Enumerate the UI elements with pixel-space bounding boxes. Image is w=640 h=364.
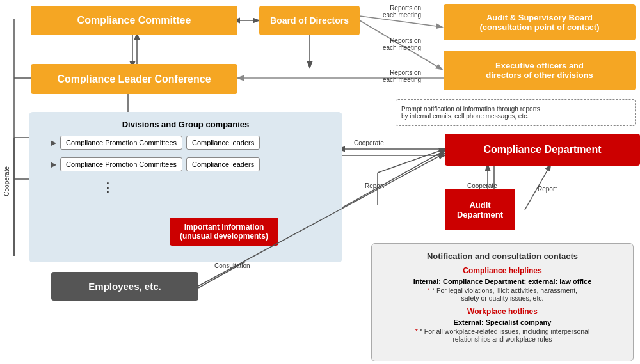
board-of-directors-box: Board of Directors bbox=[259, 6, 360, 35]
helpline-desc: Internal: Compliance Department; externa… bbox=[382, 278, 623, 285]
reports-label-3: Reports oneach meeting bbox=[383, 69, 421, 83]
report-label-1: Report bbox=[365, 182, 384, 189]
ellipsis: ⋮ bbox=[102, 180, 333, 194]
executive-officers-label: Executive officers anddirectors of other… bbox=[486, 61, 593, 80]
compliance-leader-conference-box: Compliance Leader Conference bbox=[31, 64, 237, 94]
svg-line-13 bbox=[378, 149, 445, 173]
compliance-leaders-2: Compliance leaders bbox=[186, 157, 260, 171]
compliance-department-label: Compliance Department bbox=[483, 144, 601, 155]
helpline-title: Compliance helplines bbox=[382, 266, 623, 275]
audit-supervisory-box: Audit & Supervisory Board(consultation p… bbox=[444, 4, 636, 40]
employees-box: Employees, etc. bbox=[51, 272, 198, 301]
reports-label-2: Reports oneach meeting bbox=[383, 37, 421, 51]
notification-title: Notification and consultation contacts bbox=[382, 251, 623, 261]
compliance-leader-conference-label: Compliance Leader Conference bbox=[57, 74, 211, 85]
consultation-label: Consultation bbox=[214, 262, 250, 269]
arrow-icon-2: ▶ bbox=[51, 160, 56, 169]
compliance-promotion-2: Compliance Promotion Committees bbox=[60, 157, 182, 171]
employees-label: Employees, etc. bbox=[88, 281, 161, 292]
report-label-2: Report bbox=[538, 186, 557, 193]
compliance-promotion-1: Compliance Promotion Committees bbox=[60, 136, 182, 150]
notification-region: Notification and consultation contacts C… bbox=[371, 243, 634, 361]
prompt-notification-box: Prompt notification of information throu… bbox=[396, 99, 636, 126]
helpline-asterisk: * * For legal violations, illicit activi… bbox=[382, 287, 623, 302]
divisions-row-1: ▶ Compliance Promotion Committees Compli… bbox=[51, 136, 333, 150]
cooperate-left-label: Cooperate bbox=[3, 166, 10, 196]
cooperate-main-label: Cooperate bbox=[354, 139, 384, 146]
divisions-region: Divisions and Group companies ▶ Complian… bbox=[29, 112, 342, 262]
hotline-title: Workplace hotlines bbox=[382, 307, 623, 316]
divisions-row-2: ▶ Compliance Promotion Committees Compli… bbox=[51, 157, 333, 171]
hotline-asterisk: * * For all workplace-related issues, in… bbox=[382, 328, 623, 343]
divisions-title: Divisions and Group companies bbox=[38, 120, 333, 129]
compliance-leaders-1: Compliance leaders bbox=[186, 136, 260, 150]
important-info-box: Important information(unusual developmen… bbox=[170, 218, 278, 246]
audit-department-label: AuditDepartment bbox=[457, 200, 503, 219]
audit-department-box: AuditDepartment bbox=[445, 189, 515, 230]
board-of-directors-label: Board of Directors bbox=[270, 15, 349, 26]
hotline-desc: External: Specialist company bbox=[382, 319, 623, 326]
compliance-committee-box: Compliance Committee bbox=[31, 6, 237, 35]
reports-label-1: Reports oneach meeting bbox=[383, 4, 421, 19]
arrow-icon-1: ▶ bbox=[51, 138, 56, 147]
compliance-committee-label: Compliance Committee bbox=[77, 15, 191, 26]
audit-supervisory-label: Audit & Supervisory Board(consultation p… bbox=[479, 13, 599, 32]
diagram: Compliance Committee Board of Directors … bbox=[0, 0, 640, 364]
executive-officers-box: Executive officers anddirectors of other… bbox=[444, 51, 636, 90]
compliance-department-box: Compliance Department bbox=[445, 134, 640, 166]
